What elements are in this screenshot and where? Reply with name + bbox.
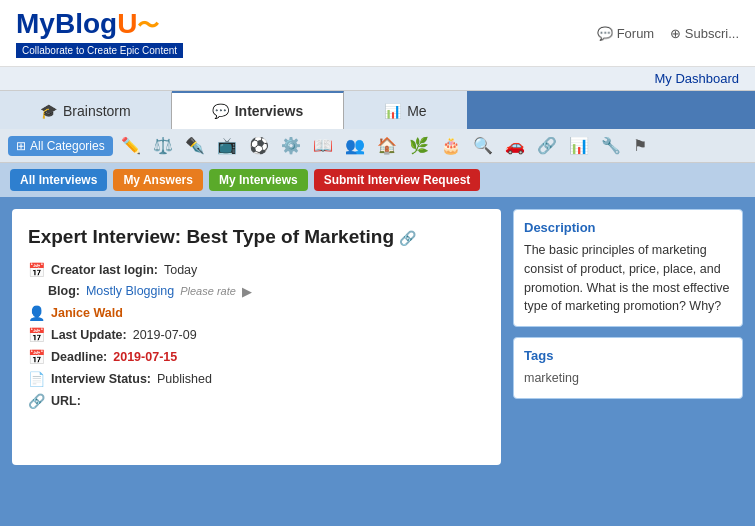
tabs-row: 🎓 Brainstorm 💬 Interviews 📊 Me xyxy=(0,91,755,129)
author-row: 👤 Janice Wald xyxy=(28,305,485,321)
header: MyBlogU〜 Collaborate to Create Epic Cont… xyxy=(0,0,755,67)
dashboard-bar: My Dashboard xyxy=(0,67,755,91)
dashboard-link[interactable]: My Dashboard xyxy=(654,71,739,86)
video-icon[interactable]: 📺 xyxy=(213,134,241,157)
url-icon: 🔗 xyxy=(28,393,45,409)
deadline-value: 2019-07-15 xyxy=(113,350,177,364)
interview-title: Expert Interview: Best Type of Marketing… xyxy=(28,225,485,250)
link-icon[interactable]: 🔗 xyxy=(533,134,561,157)
filter-bar: All Interviews My Answers My Interviews … xyxy=(0,163,755,197)
scale-icon[interactable]: ⚖️ xyxy=(149,134,177,157)
grid-icon: ⊞ xyxy=(16,139,26,153)
deadline-calendar-icon: 📅 xyxy=(28,349,45,365)
author-icon: 👤 xyxy=(28,305,45,321)
left-panel: Expert Interview: Best Type of Marketing… xyxy=(12,209,501,465)
creator-login-row: 📅 Creator last login: Today xyxy=(28,262,485,278)
blog-row: Blog: Mostly Blogging Please rate ▶ xyxy=(28,284,485,299)
forum-label: Forum xyxy=(617,26,655,41)
tab-interviews-label: Interviews xyxy=(235,103,303,119)
my-answers-button[interactable]: My Answers xyxy=(113,169,203,191)
tags-box: Tags marketing xyxy=(513,337,743,399)
blog-label: Blog: xyxy=(48,284,80,298)
author-link[interactable]: Janice Wald xyxy=(51,306,123,320)
last-update-row: 📅 Last Update: 2019-07-09 xyxy=(28,327,485,343)
home-icon[interactable]: 🏠 xyxy=(373,134,401,157)
status-label: Interview Status: xyxy=(51,372,151,386)
people-icon[interactable]: 👥 xyxy=(341,134,369,157)
tab-brainstorm[interactable]: 🎓 Brainstorm xyxy=(0,91,172,129)
search-icon[interactable]: 🔍 xyxy=(469,134,497,157)
logo-tagline: Collaborate to Create Epic Content xyxy=(16,43,183,58)
forum-link[interactable]: 💬 Forum xyxy=(597,26,654,41)
right-panel: Description The basic principles of mark… xyxy=(513,209,743,465)
status-row: 📄 Interview Status: Published xyxy=(28,371,485,387)
tags-content: marketing xyxy=(524,369,732,388)
tab-interviews[interactable]: 💬 Interviews xyxy=(172,91,344,129)
leaf-icon[interactable]: 🌿 xyxy=(405,134,433,157)
logo-blog: Blog xyxy=(55,8,117,39)
subscribe-link[interactable]: ⊕ Subscri... xyxy=(670,26,739,41)
my-interviews-button[interactable]: My Interviews xyxy=(209,169,308,191)
tab-brainstorm-label: Brainstorm xyxy=(63,103,131,119)
edit-icon[interactable]: ✏️ xyxy=(117,134,145,157)
description-box: Description The basic principles of mark… xyxy=(513,209,743,327)
rate-arrow-icon: ▶ xyxy=(242,284,252,299)
all-interviews-button[interactable]: All Interviews xyxy=(10,169,107,191)
me-icon: 📊 xyxy=(384,103,401,119)
blog-link[interactable]: Mostly Blogging xyxy=(86,284,174,298)
subscribe-icon: ⊕ xyxy=(670,26,681,41)
description-content: The basic principles of marketing consis… xyxy=(524,241,732,316)
url-label: URL: xyxy=(51,394,81,408)
tab-me-label: Me xyxy=(407,103,426,119)
logo: MyBlogU〜 Collaborate to Create Epic Cont… xyxy=(16,8,183,58)
please-rate: Please rate xyxy=(180,285,236,297)
chart-icon[interactable]: 📊 xyxy=(565,134,593,157)
tags-title: Tags xyxy=(524,348,732,363)
creator-login-value: Today xyxy=(164,263,197,277)
status-icon: 📄 xyxy=(28,371,45,387)
logo-u: U xyxy=(117,8,137,39)
all-categories-label: All Categories xyxy=(30,139,105,153)
creator-login-label: Creator last login: xyxy=(51,263,158,277)
pencil-icon[interactable]: ✒️ xyxy=(181,134,209,157)
icon-toolbar: ⊞ All Categories ✏️ ⚖️ ✒️ 📺 ⚽ ⚙️ 📖 👥 🏠 🌿… xyxy=(0,129,755,163)
sports-icon[interactable]: ⚽ xyxy=(245,134,273,157)
flag-icon[interactable]: ⚑ xyxy=(629,134,651,157)
last-update-value: 2019-07-09 xyxy=(133,328,197,342)
update-calendar-icon: 📅 xyxy=(28,327,45,343)
book-icon[interactable]: 📖 xyxy=(309,134,337,157)
logo-text: MyBlogU〜 xyxy=(16,8,183,41)
brainstorm-icon: 🎓 xyxy=(40,103,57,119)
deadline-row: 📅 Deadline: 2019-07-15 xyxy=(28,349,485,365)
last-update-label: Last Update: xyxy=(51,328,127,342)
all-categories-button[interactable]: ⊞ All Categories xyxy=(8,136,113,156)
tab-me[interactable]: 📊 Me xyxy=(344,91,466,129)
deadline-label: Deadline: xyxy=(51,350,107,364)
status-value: Published xyxy=(157,372,212,386)
tools-icon[interactable]: 🔧 xyxy=(597,134,625,157)
forum-icon: 💬 xyxy=(597,26,613,41)
cake-icon[interactable]: 🎂 xyxy=(437,134,465,157)
interviews-icon: 💬 xyxy=(212,103,229,119)
logo-my: My xyxy=(16,8,55,39)
description-title: Description xyxy=(524,220,732,235)
submit-interview-request-button[interactable]: Submit Interview Request xyxy=(314,169,481,191)
logo-wave: 〜 xyxy=(137,13,159,38)
title-link-icon: 🔗 xyxy=(399,230,416,246)
header-nav: 💬 Forum ⊕ Subscri... xyxy=(597,26,739,41)
car-icon[interactable]: 🚗 xyxy=(501,134,529,157)
gear-icon[interactable]: ⚙️ xyxy=(277,134,305,157)
subscribe-label: Subscri... xyxy=(685,26,739,41)
url-row: 🔗 URL: xyxy=(28,393,485,409)
calendar-icon: 📅 xyxy=(28,262,45,278)
main-content: Expert Interview: Best Type of Marketing… xyxy=(0,197,755,477)
